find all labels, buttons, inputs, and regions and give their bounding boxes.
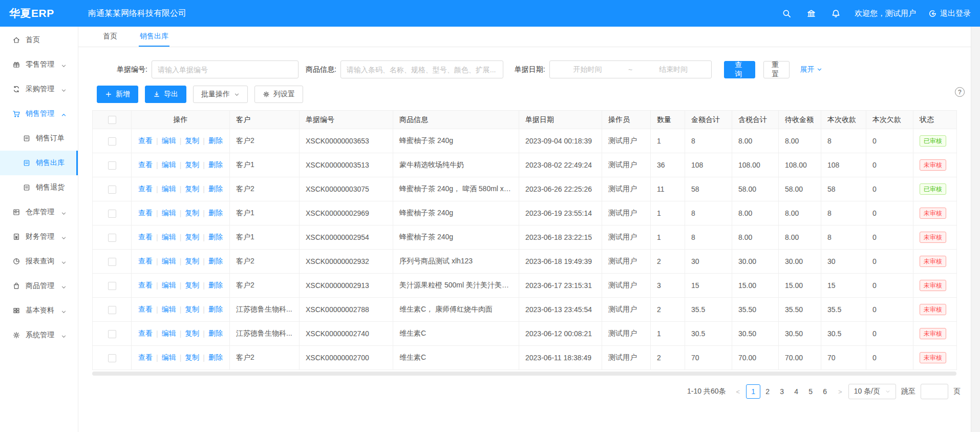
row-checkbox[interactable] [108,354,116,362]
action-view-link[interactable]: 查看 [138,281,153,290]
row-checkbox[interactable] [108,210,116,218]
action-edit-link[interactable]: 编辑 [162,160,176,170]
action-edit-link[interactable]: 编辑 [162,209,176,218]
action-edit-link[interactable]: 编辑 [162,233,176,242]
sidebar-item-label: 报表查询 [26,257,54,266]
sidebar-item-sales-return[interactable]: 销售退货 [0,175,78,200]
row-checkbox[interactable] [108,306,116,314]
row-checkbox[interactable] [108,137,116,146]
select-all-checkbox[interactable] [108,116,116,124]
sidebar-item-basic-data[interactable]: 基本资料 [0,298,78,323]
row-checkbox[interactable] [108,161,116,170]
action-view-link[interactable]: 查看 [138,184,153,194]
row-actions: 查看|编辑|复制|删除 [138,281,223,290]
sidebar-item-home[interactable]: 首页 [0,28,78,52]
page-size-select[interactable]: 10 条/页 [848,384,896,399]
action-view-link[interactable]: 查看 [138,160,153,170]
cell-qty: 2 [651,298,685,322]
action-view-link[interactable]: 查看 [138,233,153,242]
action-copy-link[interactable]: 复制 [185,329,199,338]
page-number-6[interactable]: 6 [818,385,832,399]
action-copy-link[interactable]: 复制 [185,136,199,146]
action-delete-link[interactable]: 删除 [208,329,223,338]
action-copy-link[interactable]: 复制 [185,257,199,266]
product-info-input[interactable] [340,60,503,78]
sidebar-item-system[interactable]: 系统管理 [0,323,78,347]
horizontal-scrollbar[interactable] [92,372,956,376]
action-edit-link[interactable]: 编辑 [162,257,176,266]
action-edit-link[interactable]: 编辑 [162,281,176,290]
row-checkbox[interactable] [108,282,116,290]
search-button[interactable]: 查询 [724,61,755,78]
date-range-picker[interactable]: 开始时间 ~ 结束时间 [549,60,712,78]
prev-page-button[interactable]: < [735,388,741,396]
action-delete-link[interactable]: 删除 [208,209,223,218]
action-view-link[interactable]: 查看 [138,257,153,266]
page-number-3[interactable]: 3 [775,385,789,399]
vertical-scrollbar[interactable] [971,27,980,432]
sidebar-item-sales[interactable]: 销售管理 [0,101,78,126]
action-delete-link[interactable]: 删除 [208,184,223,194]
page-number-2[interactable]: 2 [760,385,775,399]
sidebar-item-reports[interactable]: 报表查询 [0,249,78,274]
export-button[interactable]: 导出 [145,86,186,103]
bill-no-input[interactable] [152,60,299,78]
add-button[interactable]: 新增 [97,86,138,103]
action-copy-link[interactable]: 复制 [185,233,199,242]
action-copy-link[interactable]: 复制 [185,353,199,362]
cell-receivable: 35.50 [779,298,821,322]
row-checkbox[interactable] [108,234,116,242]
action-copy-link[interactable]: 复制 [185,281,199,290]
action-copy-link[interactable]: 复制 [185,160,199,170]
cell-debt: 0 [866,250,913,274]
batch-operations-button[interactable]: 批量操作 [193,86,248,103]
action-edit-link[interactable]: 编辑 [162,136,176,146]
action-view-link[interactable]: 查看 [138,329,153,338]
sidebar-item-purchase[interactable]: 采购管理 [0,77,78,101]
logout-button[interactable]: 退出登录 [928,9,971,18]
cart-icon [12,110,20,118]
action-delete-link[interactable]: 删除 [208,257,223,266]
reset-button[interactable]: 重置 [763,61,790,78]
column-settings-button[interactable]: 列设置 [254,86,303,103]
cell-qty: 11 [651,177,685,201]
action-view-link[interactable]: 查看 [138,136,153,146]
action-delete-link[interactable]: 删除 [208,353,223,362]
action-edit-link[interactable]: 编辑 [162,329,176,338]
action-delete-link[interactable]: 删除 [208,160,223,170]
row-checkbox[interactable] [108,258,116,266]
page-number-1[interactable]: 1 [746,384,760,399]
row-checkbox[interactable] [108,186,116,194]
action-edit-link[interactable]: 编辑 [162,184,176,194]
sidebar-item-finance[interactable]: 财务管理 [0,224,78,249]
page-number-4[interactable]: 4 [789,385,803,399]
sidebar-item-retail[interactable]: 零售管理 [0,52,78,77]
expand-filters-link[interactable]: 展开 [800,65,822,74]
next-page-button[interactable]: > [837,388,843,396]
notification-bell-icon[interactable] [827,5,844,22]
action-view-link[interactable]: 查看 [138,305,153,314]
sidebar-item-warehouse[interactable]: 仓库管理 [0,200,78,224]
action-view-link[interactable]: 查看 [138,353,153,362]
action-copy-link[interactable]: 复制 [185,305,199,314]
action-copy-link[interactable]: 复制 [185,184,199,194]
action-delete-link[interactable]: 删除 [208,136,223,146]
tab-home[interactable]: 首页 [102,27,118,47]
action-delete-link[interactable]: 删除 [208,281,223,290]
action-edit-link[interactable]: 编辑 [162,305,176,314]
jump-to-page-input[interactable] [921,384,948,399]
sidebar-item-sales-order[interactable]: 销售订单 [0,126,78,151]
platform-icon[interactable] [802,5,820,22]
sidebar-item-sales-outbound[interactable]: 销售出库 [0,151,78,175]
sidebar-item-products[interactable]: 商品管理 [0,274,78,298]
action-view-link[interactable]: 查看 [138,209,153,218]
tab-sales-outbound[interactable]: 销售出库 [139,27,169,47]
action-edit-link[interactable]: 编辑 [162,353,176,362]
help-icon[interactable]: ? [955,87,965,97]
page-number-5[interactable]: 5 [803,385,818,399]
action-delete-link[interactable]: 删除 [208,233,223,242]
search-icon[interactable] [778,5,795,22]
row-checkbox[interactable] [108,330,116,338]
action-delete-link[interactable]: 删除 [208,305,223,314]
action-copy-link[interactable]: 复制 [185,209,199,218]
